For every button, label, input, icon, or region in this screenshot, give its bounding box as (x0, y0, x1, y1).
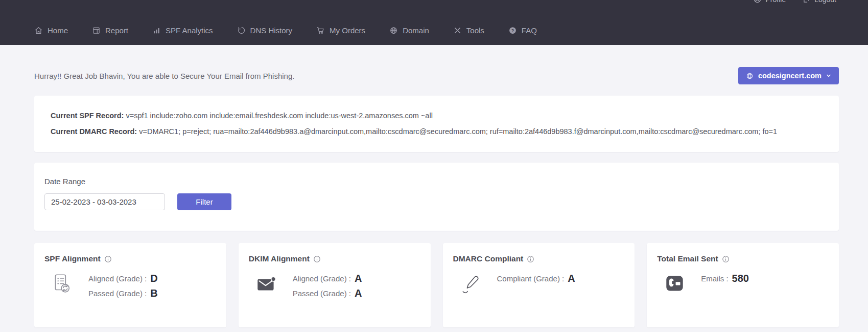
stat-value: A (568, 273, 575, 283)
date-filter-card: Date Range Filter (34, 163, 839, 231)
question-circle-icon: ? (508, 26, 517, 35)
greeting-text: Hurray!! Great Job Bhavin, You are able … (34, 72, 294, 80)
nav-label: FAQ (522, 26, 537, 35)
greeting-row: Hurray!! Great Job Bhavin, You are able … (34, 67, 839, 84)
stat-line: Emails : 580 (701, 273, 749, 283)
dmarc-record-line: Current DMARC Record: v=DMARC1; p=reject… (51, 124, 823, 140)
nav-label: Domain (403, 26, 429, 35)
stat-label: Passed (Grade) : (88, 289, 147, 298)
profile-label: Profile (765, 0, 786, 4)
stat-label: Passed (Grade) : (293, 289, 351, 298)
mailbox-icon (663, 272, 687, 296)
svg-text:?: ? (511, 28, 514, 33)
nav-item-dns-history[interactable]: DNS History (237, 26, 293, 35)
stat-label: Aligned (Grade) : (88, 274, 147, 283)
spf-record-label: Current SPF Record: (51, 112, 124, 120)
stat-label: Compliant (Grade) : (497, 274, 565, 283)
stat-value: A (355, 288, 362, 298)
date-filter-row: Filter (44, 193, 829, 210)
nav-item-faq[interactable]: ? FAQ (508, 26, 537, 35)
spf-record-line: Current SPF Record: v=spf1 include:zoho.… (51, 108, 823, 124)
stat-lines: Aligned (Grade) : A Passed (Grade) : A (293, 272, 362, 298)
stat-line: Passed (Grade) : B (88, 288, 158, 298)
mail-notification-icon (255, 272, 278, 296)
stat-card-body: Emails : 580 (657, 272, 830, 296)
info-icon[interactable] (722, 255, 730, 263)
nav-label: Home (48, 26, 68, 35)
logout-icon (802, 0, 811, 4)
globe-icon (389, 26, 398, 35)
nav-label: DNS History (250, 26, 293, 35)
nav-item-my-orders[interactable]: My Orders (316, 26, 365, 35)
info-icon[interactable] (313, 255, 321, 263)
stat-card-dmarc-compliant: DMARC Compliant Compliant (Grade) : A (443, 243, 635, 327)
stat-card-title-row: SPF Alignment (44, 254, 217, 263)
nav-label: SPF Analytics (166, 26, 213, 35)
page-content: Hurray!! Great Job Bhavin, You are able … (34, 67, 839, 327)
stat-value: 580 (732, 273, 749, 283)
nav-item-tools[interactable]: Tools (453, 26, 484, 35)
stat-value: B (150, 288, 157, 298)
dmarc-record-label: Current DMARC Record: (51, 127, 137, 136)
stat-value: A (355, 273, 362, 283)
stat-line: Passed (Grade) : A (293, 288, 362, 298)
stat-lines: Emails : 580 (701, 272, 749, 283)
domain-selector-label: codesigncert.com (758, 72, 822, 80)
stat-card-title: Total Email Sent (657, 254, 718, 263)
stat-lines: Compliant (Grade) : A (497, 272, 575, 283)
spf-record-value: v=spf1 include:zoho.com include:email.fr… (124, 112, 432, 120)
profile-button[interactable]: Profile (753, 0, 786, 4)
nav-label: My Orders (330, 26, 365, 35)
info-icon[interactable] (527, 255, 534, 263)
stat-value: D (150, 273, 157, 283)
chevron-down-icon (826, 73, 831, 78)
stat-card-body: Aligned (Grade) : A Passed (Grade) : A (249, 272, 421, 298)
top-navbar: Profile Logout Home (0, 0, 868, 45)
nav-item-domain[interactable]: Domain (389, 26, 429, 35)
utility-row: Profile Logout (753, 0, 836, 4)
filter-button[interactable]: Filter (177, 193, 231, 210)
pen-signature-icon (459, 272, 483, 296)
stat-card-body: Aligned (Grade) : D Passed (Grade) : B (44, 272, 217, 298)
logout-button[interactable]: Logout (802, 0, 836, 4)
stat-card-title: DMARC Compliant (453, 254, 524, 263)
nav-item-spf-analytics[interactable]: SPF Analytics (152, 26, 213, 35)
stat-card-total-email-sent: Total Email Sent Emails : 580 (647, 243, 839, 327)
logout-label: Logout (814, 0, 836, 4)
domain-selector-button[interactable]: codesigncert.com (738, 67, 839, 84)
home-icon (34, 26, 43, 35)
stat-line: Compliant (Grade) : A (497, 273, 575, 283)
nav-label: Report (105, 26, 128, 35)
stat-lines: Aligned (Grade) : D Passed (Grade) : B (88, 272, 158, 298)
bar-chart-icon (152, 26, 161, 35)
stat-card-title: DKIM Alignment (249, 254, 310, 263)
stat-card-title: SPF Alignment (44, 254, 101, 263)
nav-item-report[interactable]: Report (92, 26, 128, 35)
main-nav: Home Report SPF Analytics (0, 0, 868, 45)
stat-card-dkim-alignment: DKIM Alignment Aligned (Grade) : A (239, 243, 431, 327)
dns-records-card: Current SPF Record: v=spf1 include:zoho.… (34, 96, 839, 152)
report-icon (92, 26, 101, 35)
stat-line: Aligned (Grade) : A (293, 273, 362, 283)
stat-cards-row: SPF Alignment Aligned (Grade) (34, 243, 839, 327)
info-icon[interactable] (104, 255, 112, 263)
stat-card-title-row: Total Email Sent (657, 254, 830, 263)
stat-card-spf-alignment: SPF Alignment Aligned (Grade) (34, 243, 226, 327)
stat-card-body: Compliant (Grade) : A (453, 272, 626, 296)
cart-icon (316, 26, 325, 35)
stat-card-title-row: DKIM Alignment (249, 254, 421, 263)
globe-icon (746, 72, 754, 80)
nav-label: Tools (466, 26, 484, 35)
stat-label: Emails : (701, 274, 728, 283)
profile-icon (753, 0, 762, 4)
list-sync-icon (51, 272, 74, 296)
stat-line: Aligned (Grade) : D (88, 273, 158, 283)
nav-item-home[interactable]: Home (34, 26, 68, 35)
date-range-input[interactable] (44, 193, 165, 210)
stat-card-title-row: DMARC Compliant (453, 254, 626, 263)
stat-label: Aligned (Grade) : (293, 274, 351, 283)
dmarc-record-value: v=DMARC1; p=reject; rua=mailto:2af446d9b… (137, 127, 777, 136)
date-range-label: Date Range (44, 177, 829, 186)
tools-icon (453, 26, 462, 35)
history-icon (237, 26, 246, 35)
